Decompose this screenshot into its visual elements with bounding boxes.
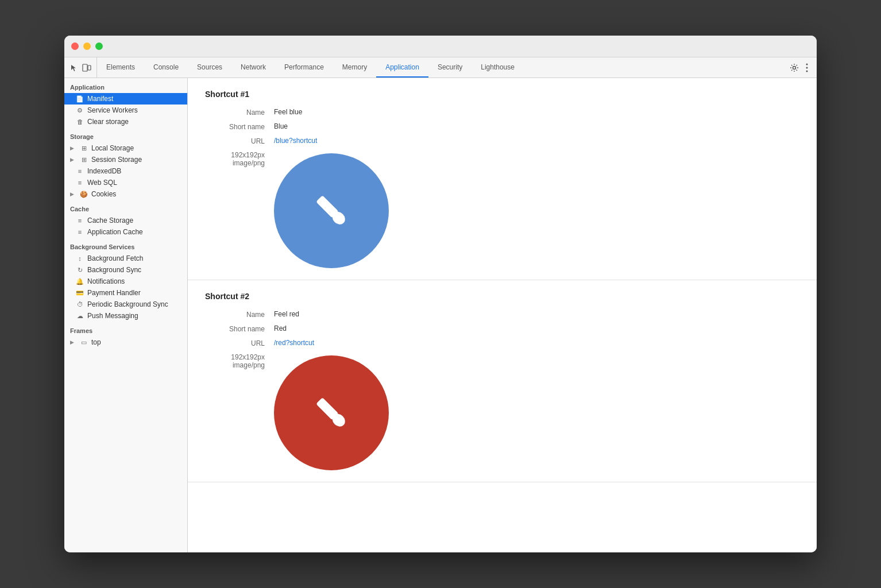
sidebar-item-notifications[interactable]: 🔔Notifications [64, 276, 187, 287]
tab-list: ElementsConsoleSourcesNetworkPerformance… [97, 57, 524, 78]
manifest-label: Manifest [87, 95, 113, 103]
field-value: Blue [274, 122, 288, 130]
sidebar-item-indexeddb[interactable]: ≡IndexedDB [64, 165, 187, 177]
sidebar-item-application-cache[interactable]: ≡Application Cache [64, 226, 187, 238]
shortcut-1-image-row: 192x192pximage/png [205, 151, 799, 268]
shortcut-2-title: Shortcut #2 [205, 292, 799, 301]
close-button[interactable] [71, 42, 79, 50]
tab-performance[interactable]: Performance [275, 57, 333, 78]
minimize-button[interactable] [83, 42, 91, 50]
field-label: Short name [205, 324, 274, 333]
settings-icon[interactable] [789, 63, 799, 73]
svg-point-2 [793, 66, 796, 69]
web-sql-icon: ≡ [76, 179, 84, 186]
devtools-toolbar: ElementsConsoleSourcesNetworkPerformance… [64, 57, 817, 78]
field-value[interactable]: /blue?shortcut [274, 137, 317, 145]
field-label: URL [205, 137, 274, 145]
cursor-icon[interactable] [69, 63, 79, 73]
field-label: Name [205, 108, 274, 117]
local-storage-icon: ⊞ [80, 145, 88, 152]
periodic-background-sync-label: Periodic Background Sync [87, 300, 168, 308]
tab-sources[interactable]: Sources [188, 57, 231, 78]
shortcut-1-field-name: NameFeel blue [205, 108, 799, 117]
shortcut-1-image-label: 192x192pximage/png [205, 151, 274, 167]
background-sync-label: Background Sync [87, 266, 141, 274]
sidebar-item-manifest[interactable]: 📄Manifest [64, 93, 187, 105]
shortcut-2-field-short-name: Short nameRed [205, 324, 799, 333]
shortcut-2-image-preview [274, 355, 389, 470]
shortcut-1-title: Shortcut #1 [205, 90, 799, 99]
tab-network[interactable]: Network [231, 57, 275, 78]
svg-point-4 [806, 67, 808, 68]
sidebar-item-web-sql[interactable]: ≡Web SQL [64, 177, 187, 188]
field-value: Red [274, 324, 287, 332]
cache-storage-icon: ≡ [76, 217, 84, 224]
sidebar-item-cookies[interactable]: ▶🍪Cookies [64, 188, 187, 200]
local-storage-label: Local Storage [91, 144, 134, 152]
cookies-label: Cookies [91, 190, 116, 198]
sidebar-item-session-storage[interactable]: ▶⊞Session Storage [64, 154, 187, 165]
application-cache-icon: ≡ [76, 229, 84, 235]
application-cache-label: Application Cache [87, 228, 143, 236]
tab-security[interactable]: Security [428, 57, 472, 78]
sidebar-item-clear-storage[interactable]: 🗑Clear storage [64, 116, 187, 127]
session-storage-label: Session Storage [91, 156, 142, 164]
periodic-background-sync-icon: ⏱ [76, 301, 84, 308]
content-area: Shortcut #1NameFeel blueShort nameBlueUR… [188, 78, 817, 552]
more-options-icon[interactable] [802, 63, 812, 73]
tab-elements[interactable]: Elements [97, 57, 144, 78]
main-area: Application📄Manifest⚙Service Workers🗑Cle… [64, 78, 817, 552]
sidebar-section-frames: Frames [64, 322, 187, 336]
tab-application[interactable]: Application [376, 57, 428, 78]
shortcut-1-field-url: URL/blue?shortcut [205, 137, 799, 145]
device-toggle-icon[interactable] [82, 63, 92, 73]
maximize-button[interactable] [95, 42, 103, 50]
payment-handler-label: Payment Handler [87, 289, 141, 297]
svg-point-5 [806, 70, 808, 72]
background-fetch-icon: ↕ [76, 255, 84, 262]
clear-storage-icon: 🗑 [76, 118, 84, 125]
service-workers-label: Service Workers [87, 106, 138, 114]
svg-rect-1 [88, 65, 91, 70]
sidebar-item-background-fetch[interactable]: ↕Background Fetch [64, 253, 187, 264]
field-value: Feel blue [274, 108, 302, 116]
toolbar-end [785, 57, 817, 78]
sidebar-item-push-messaging[interactable]: ☁Push Messaging [64, 310, 187, 322]
sidebar-item-cache-storage[interactable]: ≡Cache Storage [64, 215, 187, 226]
shortcut-1: Shortcut #1NameFeel blueShort nameBlueUR… [188, 78, 817, 280]
toolbar-icons [64, 57, 97, 78]
sidebar-item-periodic-background-sync[interactable]: ⏱Periodic Background Sync [64, 299, 187, 310]
shortcut-1-field-short-name: Short nameBlue [205, 122, 799, 131]
field-label: Name [205, 310, 274, 319]
clear-storage-label: Clear storage [87, 118, 129, 126]
tab-console[interactable]: Console [144, 57, 188, 78]
shortcut-2-field-name: NameFeel red [205, 310, 799, 319]
sidebar-section-background-services: Background Services [64, 238, 187, 253]
devtools-window: ElementsConsoleSourcesNetworkPerformance… [64, 36, 817, 552]
sidebar-section-storage: Storage [64, 127, 187, 142]
session-storage-icon: ⊞ [80, 156, 88, 164]
devtools-panel: ElementsConsoleSourcesNetworkPerformance… [64, 57, 817, 552]
push-messaging-label: Push Messaging [87, 312, 138, 320]
tab-memory[interactable]: Memory [333, 57, 376, 78]
svg-rect-0 [83, 64, 87, 71]
indexeddb-label: IndexedDB [87, 167, 121, 175]
background-fetch-label: Background Fetch [87, 254, 143, 262]
shortcut-1-image-preview [274, 153, 389, 268]
notifications-label: Notifications [87, 277, 125, 285]
indexeddb-icon: ≡ [76, 168, 84, 175]
sidebar-item-service-workers[interactable]: ⚙Service Workers [64, 105, 187, 116]
field-label: Short name [205, 122, 274, 131]
top-icon: ▭ [80, 339, 88, 346]
notifications-icon: 🔔 [76, 278, 84, 285]
sidebar-item-local-storage[interactable]: ▶⊞Local Storage [64, 142, 187, 154]
shortcut-2-image-label: 192x192pximage/png [205, 353, 274, 369]
svg-point-3 [806, 63, 808, 65]
sidebar-item-payment-handler[interactable]: 💳Payment Handler [64, 287, 187, 299]
field-value[interactable]: /red?shortcut [274, 339, 314, 347]
tab-lighthouse[interactable]: Lighthouse [472, 57, 524, 78]
sidebar-item-top[interactable]: ▶▭top [64, 336, 187, 348]
sidebar-item-background-sync[interactable]: ↻Background Sync [64, 264, 187, 276]
field-value: Feel red [274, 310, 299, 318]
shortcut-2-image-row: 192x192pximage/png [205, 353, 799, 470]
